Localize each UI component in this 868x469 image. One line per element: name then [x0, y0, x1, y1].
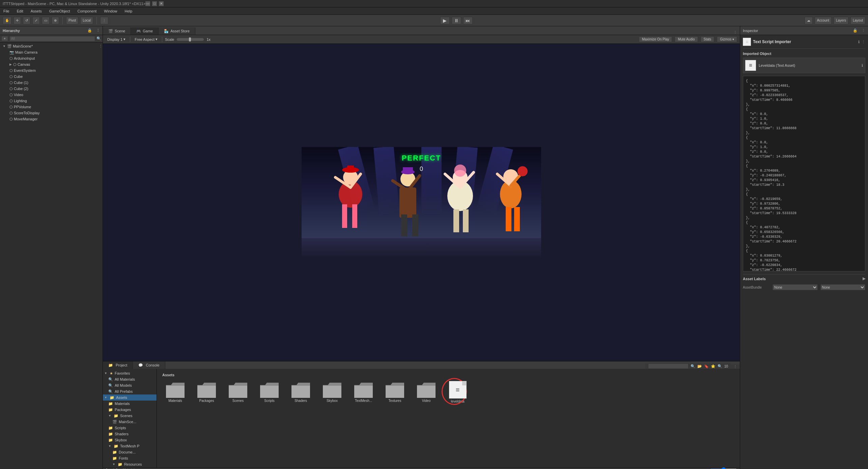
menu-gameobject[interactable]: GameObject — [48, 8, 72, 14]
scene-panel-menu[interactable]: ⋮ — [731, 30, 740, 35]
project-search-icon[interactable]: 🔍 — [691, 364, 695, 369]
hierarchy-item-scoretodisplay[interactable]: ⬡ ScoreToDisplay — [0, 110, 103, 116]
materials-tree-item[interactable]: 📁 Materials — [103, 401, 157, 407]
project-bookmark-icon[interactable]: 🔖 — [704, 364, 709, 369]
hierarchy-item-menu[interactable]: ⋮ — [99, 44, 103, 49]
inspector-menu-icon[interactable]: ⋮ — [862, 28, 865, 33]
account-button[interactable]: Account — [815, 17, 832, 24]
json-text: { "x": 0.000257314881, "y": 0.9997505, "… — [746, 79, 862, 271]
asset-textures[interactable]: Textures — [381, 380, 409, 405]
docs-tree-item[interactable]: 📁 Docume... — [103, 449, 157, 455]
skybox-tree-item[interactable]: 📁 Skybox — [103, 437, 157, 443]
rotate-tool[interactable]: ↺ — [23, 17, 30, 24]
menu-window[interactable]: Window — [103, 8, 118, 14]
hierarchy-item-lighting[interactable]: ⬡ Lighting — [0, 98, 103, 104]
project-folder-icon[interactable]: 📂 — [697, 364, 702, 369]
maximize-button[interactable]: □ — [152, 1, 157, 6]
asset-packages[interactable]: Packages — [192, 380, 221, 405]
all-prefabs-item[interactable]: 🔍 All Prefabs — [103, 388, 157, 394]
resources-tree-item[interactable]: ▼ 📁 Resources — [103, 461, 157, 467]
hierarchy-search-input[interactable] — [9, 36, 95, 41]
tab-console[interactable]: 💬 Console — [133, 361, 165, 369]
menu-component[interactable]: Component — [76, 8, 98, 14]
bottom-panel-menu[interactable]: ⋮ — [731, 364, 740, 369]
pause-button[interactable]: ⏸ — [452, 17, 461, 24]
hierarchy-item-arduinoinput[interactable]: ⬡ ArduinoInput — [0, 55, 103, 61]
inspector-lock-icon[interactable]: 🔒 — [853, 28, 858, 33]
cloud-button[interactable]: ☁ — [805, 17, 813, 24]
transform-tool[interactable]: ⊕ — [52, 17, 59, 24]
scale-tool[interactable]: ⤢ — [32, 17, 40, 24]
aspect-dropdown[interactable]: Free Aspect ▾ — [133, 37, 159, 42]
asset-labels-expand-icon[interactable]: ▶ — [863, 276, 865, 281]
menu-file[interactable]: File — [2, 8, 11, 14]
gizmos-button[interactable]: Gizmos ▾ — [717, 36, 737, 42]
asset-materials[interactable]: Materials — [161, 380, 190, 405]
hierarchy-item-cube1[interactable]: ⬡ Cube (1) — [0, 80, 103, 86]
menu-help[interactable]: Help — [123, 8, 134, 14]
tab-game[interactable]: 🎮 Game — [131, 27, 159, 35]
hierarchy-menu-icon[interactable]: ⋮ — [96, 28, 100, 33]
hierarchy-item-movemanager[interactable]: ⬡ MoveManager — [0, 116, 103, 122]
hierarchy-search-icon[interactable]: 🔍 — [96, 36, 101, 41]
asset-bundle-select[interactable]: None — [773, 284, 818, 290]
pivot-button[interactable]: Pivot — [66, 17, 78, 24]
asset-video[interactable]: Video — [412, 380, 441, 405]
asset-textmesh[interactable]: TextMesh... — [349, 380, 378, 405]
close-button[interactable]: ✕ — [159, 1, 164, 6]
textmesh-tree-item[interactable]: ▼ 📁 TextMesh P — [103, 443, 157, 449]
rect-tool[interactable]: ▭ — [42, 17, 50, 24]
snap-button[interactable]: ⋮ — [100, 17, 108, 24]
scripts-tree-item[interactable]: 📁 Scripts — [103, 425, 157, 431]
shaders-tree-item[interactable]: 📁 Shaders — [103, 431, 157, 437]
hierarchy-item-eventsystem[interactable]: ⬡ EventSystem — [0, 67, 103, 74]
tab-project[interactable]: 📁 Project — [103, 361, 133, 369]
menu-assets[interactable]: Assets — [29, 8, 43, 14]
hierarchy-add-button[interactable]: + — [1, 36, 8, 41]
hierarchy-lock-icon[interactable]: 🔒 — [87, 28, 92, 33]
asset-scripts[interactable]: Scripts — [255, 380, 284, 405]
minimize-button[interactable]: — — [145, 1, 150, 6]
hierarchy-item-mainscene[interactable]: ▼ 🎬 MainScene* ⋮ — [0, 43, 103, 49]
hierarchy-item-cube[interactable]: ⬡ Cube — [0, 74, 103, 80]
asset-bundle-variant-select[interactable]: None — [820, 284, 866, 290]
menu-edit[interactable]: Edit — [16, 8, 25, 14]
project-search-input[interactable] — [648, 363, 689, 369]
maximize-on-play-button[interactable]: Maximize On Play — [639, 36, 672, 42]
scale-handle[interactable] — [189, 37, 191, 41]
layout-button[interactable]: Layout — [850, 17, 865, 24]
asset-skybox[interactable]: Skybox — [318, 380, 346, 405]
mainscene-tree-item[interactable]: 🎬 MainSce... — [103, 419, 157, 425]
scenes-tree-item[interactable]: ▼ 📁 Scenes — [103, 413, 157, 419]
move-tool[interactable]: ✛ — [13, 17, 21, 24]
hierarchy-item-main-camera[interactable]: 📷 Main Camera — [0, 49, 103, 55]
play-button[interactable]: ▶ — [440, 17, 450, 24]
inspector-info-icon[interactable]: ℹ — [858, 40, 860, 44]
mute-audio-button[interactable]: Mute Audio — [675, 36, 698, 42]
tab-asset-store[interactable]: 🏪 Asset Store — [159, 27, 195, 35]
favorites-item[interactable]: ▼ ★ Favorites — [103, 370, 157, 376]
stats-button[interactable]: Stats — [701, 36, 715, 42]
display-dropdown[interactable]: Display 1 ▾ — [106, 37, 127, 42]
tab-scene[interactable]: 🎬 Scene — [103, 27, 131, 35]
inspector-options-icon[interactable]: ⋮ — [862, 40, 865, 44]
fonts-tree-item[interactable]: 📁 Fonts — [103, 455, 157, 461]
hierarchy-item-canvas[interactable]: ▶ ⬡ Canvas — [0, 61, 103, 67]
step-button[interactable]: ⏭ — [463, 17, 473, 24]
all-models-item[interactable]: 🔍 All Models — [103, 382, 157, 388]
all-materials-item[interactable]: 🔍 All Materials — [103, 376, 157, 382]
hand-tool[interactable]: ✋ — [3, 17, 11, 24]
layers-button[interactable]: Layers — [834, 17, 848, 24]
packages-tree-item[interactable]: 📁 Packages — [103, 407, 157, 413]
hierarchy-item-ppvolume[interactable]: ⬡ PPVolume — [0, 104, 103, 110]
asset-shaders[interactable]: Shaders — [286, 380, 315, 405]
asset-leveldata[interactable]: ≡ leveldata — [443, 380, 472, 405]
hierarchy-item-cube2[interactable]: ⬡ Cube (2) — [0, 86, 103, 92]
assets-root-item[interactable]: ▼ 📁 Assets — [103, 394, 157, 401]
project-zoom-icon[interactable]: 🔍 — [718, 364, 722, 369]
local-button[interactable]: Local — [80, 17, 93, 24]
asset-scenes[interactable]: Scenes — [224, 380, 252, 405]
project-star-icon[interactable]: ⭐ — [711, 364, 716, 369]
info-circle-icon[interactable]: ℹ — [862, 63, 863, 68]
hierarchy-item-video[interactable]: ⬡ Video — [0, 92, 103, 98]
